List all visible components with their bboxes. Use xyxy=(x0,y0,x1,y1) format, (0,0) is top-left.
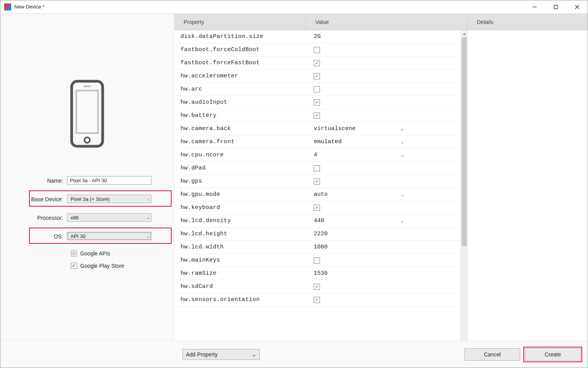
svg-point-7 xyxy=(84,137,90,143)
value-cell[interactable] xyxy=(306,257,461,264)
value-checkbox[interactable] xyxy=(314,73,320,79)
value-checkbox[interactable] xyxy=(314,257,320,264)
add-property-label: Add Property xyxy=(186,351,218,358)
chevron-down-icon: ⌄ xyxy=(401,152,404,157)
value-dropdown[interactable]: 440⌄ xyxy=(314,216,404,226)
chevron-down-icon: ⌄ xyxy=(401,139,404,144)
table-row[interactable]: hw.audioInput xyxy=(174,96,461,109)
column-header-details[interactable]: Details xyxy=(468,14,588,30)
column-header-value[interactable]: Value xyxy=(306,14,468,30)
value-cell[interactable] xyxy=(306,165,461,171)
property-cell: disk.dataPartition.size xyxy=(174,33,306,40)
property-cell: fastboot.forceFastBoot xyxy=(174,60,306,66)
value-checkbox[interactable] xyxy=(314,47,320,53)
base-device-row: Base Device: Pixel 3a (+ Store) ⌄ xyxy=(17,193,157,205)
value-cell[interactable]: virtualscene⌄ xyxy=(306,124,461,134)
table-row[interactable]: hw.accelerometer xyxy=(174,70,461,83)
value-checkbox[interactable] xyxy=(314,165,320,171)
minimize-button[interactable] xyxy=(524,0,545,14)
table-row[interactable]: hw.lcd.height2220 xyxy=(174,228,461,241)
value-cell[interactable]: 1536 xyxy=(306,270,461,277)
app-icon xyxy=(4,3,11,10)
property-cell: hw.accelerometer xyxy=(174,73,306,79)
scroll-thumb[interactable] xyxy=(462,37,467,246)
table-row[interactable]: hw.gps xyxy=(174,175,461,188)
value-cell[interactable] xyxy=(306,47,461,53)
value-dropdown[interactable]: emulated⌄ xyxy=(314,137,404,147)
value-checkbox[interactable] xyxy=(314,297,320,303)
value-cell[interactable]: 440⌄ xyxy=(306,216,461,226)
value-cell[interactable] xyxy=(306,60,461,66)
table-row[interactable]: hw.gpu.modeauto⌄ xyxy=(174,188,461,201)
table-row[interactable]: hw.battery xyxy=(174,109,461,122)
cancel-button[interactable]: Cancel xyxy=(464,348,520,361)
value-checkbox[interactable] xyxy=(314,99,320,106)
value-cell[interactable] xyxy=(306,99,461,106)
footer: Add Property ⌄ Cancel Create xyxy=(0,341,588,368)
base-device-dropdown[interactable]: Pixel 3a (+ Store) ⌄ xyxy=(67,195,151,203)
value-cell[interactable] xyxy=(306,284,461,290)
value-cell[interactable] xyxy=(306,297,461,303)
table-row[interactable]: hw.ramSize1536 xyxy=(174,267,461,280)
value-cell[interactable] xyxy=(306,73,461,79)
value-checkbox[interactable] xyxy=(314,60,320,66)
maximize-button[interactable] xyxy=(545,0,566,14)
window-title: New Device * xyxy=(14,4,45,10)
base-device-label: Base Device: xyxy=(17,196,67,202)
titlebar: New Device * xyxy=(0,0,588,14)
scroll-up-icon[interactable]: ▲ xyxy=(461,30,468,37)
table-row[interactable]: hw.camera.backvirtualscene⌄ xyxy=(174,122,461,135)
property-cell: hw.gps xyxy=(174,178,306,185)
table-row[interactable]: hw.keyboard xyxy=(174,201,461,214)
value-cell[interactable]: auto⌄ xyxy=(306,190,461,199)
table-row[interactable]: fastboot.forceColdBoot xyxy=(174,43,461,56)
table-row[interactable]: hw.dPad xyxy=(174,162,461,175)
value-cell[interactable]: emulated⌄ xyxy=(306,137,461,147)
value-cell[interactable]: 4⌄ xyxy=(306,151,461,160)
property-cell: hw.audioInput xyxy=(174,99,306,106)
table-row[interactable]: hw.lcd.density440⌄ xyxy=(174,214,461,228)
os-dropdown[interactable]: API 30 ⌄ xyxy=(67,232,151,240)
value-dropdown[interactable]: auto⌄ xyxy=(314,190,404,199)
play-store-row: Google Play Store xyxy=(71,262,157,270)
value-checkbox[interactable] xyxy=(314,178,320,185)
processor-label: Processor: xyxy=(17,215,67,221)
value-dropdown[interactable]: virtualscene⌄ xyxy=(314,124,404,134)
table-header: Property Value Details xyxy=(174,14,588,30)
table-row[interactable]: fastboot.forceFastBoot xyxy=(174,56,461,70)
create-button[interactable]: Create xyxy=(525,348,581,361)
value-cell[interactable]: 2220 xyxy=(306,231,461,237)
os-row: OS: API 30 ⌄ xyxy=(17,231,157,242)
value-cell[interactable]: 2G xyxy=(306,33,461,40)
value-cell[interactable] xyxy=(306,113,461,119)
value-dropdown[interactable]: 4⌄ xyxy=(314,151,404,160)
play-store-checkbox[interactable] xyxy=(71,263,77,269)
table-row[interactable]: hw.sensors.orientation xyxy=(174,293,461,306)
resize-grip-icon[interactable]: ⋰ xyxy=(582,362,587,367)
name-input[interactable] xyxy=(67,176,151,185)
value-cell[interactable] xyxy=(306,86,461,92)
value-checkbox[interactable] xyxy=(314,86,320,92)
vertical-scrollbar[interactable]: ▲ xyxy=(461,30,468,341)
os-value: API 30 xyxy=(70,233,86,239)
add-property-dropdown[interactable]: Add Property ⌄ xyxy=(182,349,260,360)
table-row[interactable]: hw.lcd.width1080 xyxy=(174,241,461,254)
table-row[interactable]: hw.arc xyxy=(174,83,461,96)
table-row[interactable]: disk.dataPartition.size2G xyxy=(174,30,461,43)
processor-dropdown[interactable]: x86 ⌄ xyxy=(67,213,151,222)
value-checkbox[interactable] xyxy=(314,113,320,119)
table-row[interactable]: hw.camera.frontemulated⌄ xyxy=(174,135,461,149)
value-cell[interactable] xyxy=(306,178,461,185)
value-cell[interactable]: 1080 xyxy=(306,244,461,250)
value-cell[interactable] xyxy=(306,205,461,211)
value-checkbox[interactable] xyxy=(314,284,320,290)
value-checkbox[interactable] xyxy=(314,205,320,211)
column-header-property[interactable]: Property xyxy=(174,14,306,30)
close-button[interactable] xyxy=(566,0,588,14)
chevron-down-icon: ⌄ xyxy=(401,192,404,197)
table-row[interactable]: hw.sdCard xyxy=(174,280,461,293)
play-store-label: Google Play Store xyxy=(80,263,124,269)
table-row[interactable]: hw.cpu.ncore4⌄ xyxy=(174,149,461,162)
chevron-down-icon: ⌄ xyxy=(146,197,150,201)
table-row[interactable]: hw.mainKeys xyxy=(174,254,461,267)
